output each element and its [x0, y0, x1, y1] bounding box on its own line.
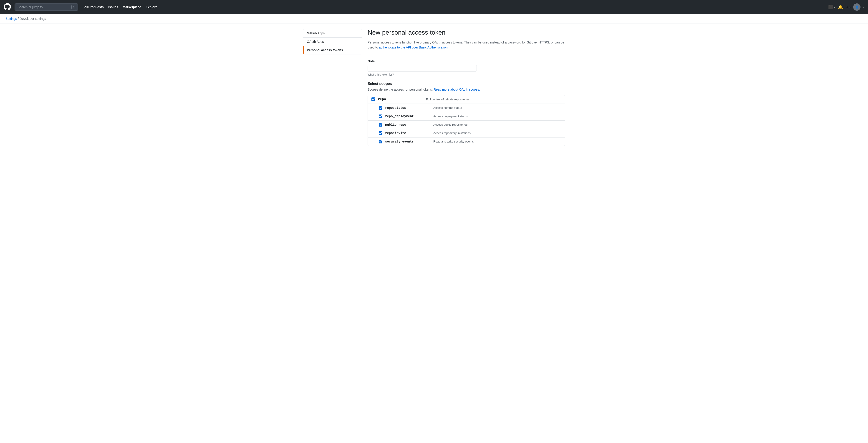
note-label: Note	[368, 59, 565, 63]
notifications-btn[interactable]: 🔔	[838, 5, 843, 9]
search-placeholder: Search or jump to...	[18, 5, 45, 9]
avatar-icon: 👤	[855, 5, 859, 9]
breadcrumb: Settings / Developer settings	[0, 14, 868, 24]
create-btn[interactable]: + ▾	[846, 5, 850, 10]
api-auth-link[interactable]: authenticate to the API over Basic Authe…	[379, 46, 448, 49]
scopes-desc-text: Scopes define the access for personal to…	[368, 88, 434, 91]
scope-row-repo-deployment: repo_deployment Access deployment status	[368, 112, 565, 121]
avatar[interactable]: 👤	[853, 3, 861, 11]
scope-row-public-repo: public_repo Access public repositories	[368, 121, 565, 129]
scope-checkbox-repo-deployment[interactable]	[379, 115, 382, 118]
sidebar-item-github-apps[interactable]: GitHub Apps	[303, 29, 362, 37]
nav-marketplace[interactable]: Marketplace	[123, 5, 141, 9]
scope-desc-repo-invite: Access repository invitations	[433, 131, 471, 135]
page-layout: GitHub Apps OAuth Apps Personal access t…	[298, 29, 570, 146]
scope-desc-repo-deployment: Access deployment status	[433, 115, 468, 118]
scopes-desc: Scopes define the access for personal to…	[368, 88, 565, 91]
nav-right: ⬛ ▾ 🔔 + ▾ 👤 ▾	[828, 3, 864, 11]
breadcrumb-current: Developer settings	[20, 17, 46, 21]
sidebar: GitHub Apps OAuth Apps Personal access t…	[303, 29, 362, 146]
scope-name-repo-status: repo:status	[385, 106, 431, 110]
scope-row-security-events: security_events Read and write security …	[368, 138, 565, 146]
scope-checkbox-repo-invite[interactable]	[379, 131, 382, 135]
avatar-chevron: ▾	[863, 6, 864, 8]
nav-links: Pull requests Issues Marketplace Explore	[84, 5, 157, 9]
nav-explore[interactable]: Explore	[146, 5, 157, 9]
page-title: New personal access token	[368, 29, 565, 36]
github-logo[interactable]	[4, 3, 11, 11]
scope-desc-public-repo: Access public repositories	[433, 123, 467, 126]
note-hint: What's this token for?	[368, 73, 565, 76]
scope-checkbox-public-repo[interactable]	[379, 123, 382, 126]
sidebar-item-personal-access-tokens[interactable]: Personal access tokens	[303, 46, 362, 54]
navbar: Search or jump to... / Pull requests Iss…	[0, 0, 868, 14]
main-content: New personal access token Personal acces…	[368, 29, 565, 146]
oauth-scopes-link[interactable]: Read more about OAuth scopes.	[434, 88, 480, 91]
search-shortcut: /	[71, 5, 75, 9]
scopes-table: repo Full control of private repositorie…	[368, 95, 565, 146]
scope-checkbox-repo[interactable]	[371, 97, 375, 101]
description: Personal access tokens function like ord…	[368, 40, 565, 55]
scope-desc-repo-status: Access commit status	[433, 106, 462, 110]
note-input[interactable]	[368, 65, 477, 72]
scope-name-repo-deployment: repo_deployment	[385, 115, 431, 118]
scope-row-repo-status: repo:status Access commit status	[368, 104, 565, 112]
note-section: Note What's this token for?	[368, 59, 565, 76]
scope-checkbox-security-events[interactable]	[379, 140, 382, 143]
plus-icon: +	[846, 5, 848, 10]
nav-pull-requests[interactable]: Pull requests	[84, 5, 104, 9]
scope-checkbox-repo-status[interactable]	[379, 106, 382, 110]
scope-row-repo-invite: repo:invite Access repository invitation…	[368, 129, 565, 138]
scopes-section: Select scopes Scopes define the access f…	[368, 82, 565, 146]
scope-name-public-repo: public_repo	[385, 123, 431, 126]
sidebar-nav: GitHub Apps OAuth Apps Personal access t…	[303, 29, 362, 54]
terminal-icon-btn[interactable]: ⬛ ▾	[828, 5, 835, 9]
description-end: .	[448, 46, 448, 49]
terminal-chevron: ▾	[834, 6, 835, 8]
scope-name-repo: repo	[378, 97, 423, 101]
scope-row-repo: repo Full control of private repositorie…	[368, 95, 565, 104]
scope-name-security-events: security_events	[385, 140, 431, 143]
nav-issues[interactable]: Issues	[108, 5, 118, 9]
scopes-title: Select scopes	[368, 82, 565, 86]
search-box[interactable]: Search or jump to... /	[14, 3, 78, 11]
scope-name-repo-invite: repo:invite	[385, 131, 431, 135]
scope-desc-security-events: Read and write security events	[433, 140, 474, 143]
settings-link[interactable]: Settings	[5, 17, 17, 21]
scope-desc-repo: Full control of private repositories	[426, 98, 469, 101]
terminal-icon: ⬛	[828, 5, 833, 9]
plus-chevron: ▾	[849, 6, 850, 8]
sidebar-item-oauth-apps[interactable]: OAuth Apps	[303, 37, 362, 46]
bell-icon: 🔔	[838, 5, 843, 9]
